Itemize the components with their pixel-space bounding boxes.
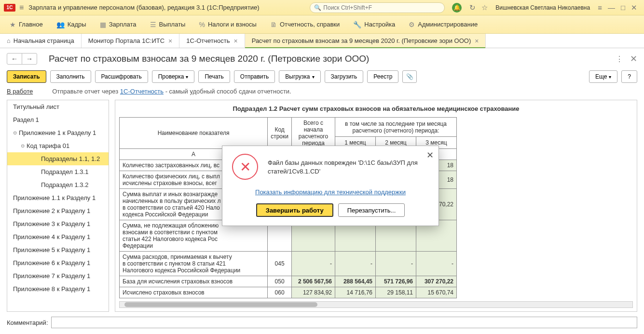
tree-item[interactable]: Приложение 3 к Разделу 1	[7, 217, 109, 230]
page-header: ← → Расчет по страховым взносам за 9 мес…	[0, 48, 644, 68]
tab[interactable]: ⌂Начальная страница	[0, 34, 82, 48]
print-button[interactable]: Печать	[198, 70, 230, 83]
nav-forward[interactable]: →	[22, 53, 37, 65]
tree-item[interactable]: ⊖Приложение 1 к Разделу 1	[7, 126, 109, 139]
help-button[interactable]: ?	[621, 70, 637, 83]
table-row: База для исчисления страховых взносов050…	[120, 276, 457, 287]
menu-Выплаты[interactable]: ☰Выплаты	[144, 18, 192, 31]
tree-item[interactable]: Подразделы 1.1, 1.2	[7, 152, 109, 165]
menu-Администрирование[interactable]: ⚙Администрирование	[403, 18, 483, 31]
history-icon[interactable]: ↻	[469, 3, 476, 12]
menu-Зарплата[interactable]: ▦Зарплата	[94, 18, 142, 31]
col-total: Всего с начала расчетного периода	[292, 118, 335, 149]
status-link[interactable]: 1С-Отчетность	[120, 88, 164, 95]
attach-button[interactable]: 📎	[402, 70, 417, 83]
tab[interactable]: 1С-Отчетность×	[179, 34, 245, 48]
menu-Налоги и взносы[interactable]: %Налоги и взносы	[193, 18, 262, 31]
status-text: Отправьте отчет через 1С-Отчетность - са…	[52, 88, 291, 95]
notifications-icon[interactable]: 🔔	[452, 3, 462, 13]
menu-Кадры[interactable]: 👥Кадры	[51, 18, 92, 31]
more-button[interactable]: Еще▾	[589, 70, 617, 83]
tree-item[interactable]: Раздел 1	[7, 113, 109, 126]
menu-Настройка[interactable]: 🔧Настройка	[347, 18, 401, 31]
menu-icon: ★	[10, 21, 16, 28]
expand-icon[interactable]: ⊖	[13, 130, 17, 135]
table-row: Сумма расходов, принимаемая к вычету в с…	[120, 252, 457, 276]
dialog-message: Файл базы данных поврежден 'D:\1С базы\З…	[268, 154, 429, 176]
send-button[interactable]: Отправить	[234, 70, 275, 83]
menu-icon: %	[199, 21, 205, 28]
titlebar: 1C ≡ Зарплата и управление персоналом (б…	[0, 0, 644, 15]
main-menu: ★Главное👥Кадры▦Зарплата☰Выплаты%Налоги и…	[0, 15, 644, 34]
tab-close-icon[interactable]: ×	[475, 37, 479, 45]
close-page-icon[interactable]: ✕	[630, 53, 637, 64]
section-tree[interactable]: Титульный листРаздел 1⊖Приложение 1 к Ра…	[7, 100, 109, 312]
status-line: В работе Отправьте отчет через 1С-Отчетн…	[0, 88, 644, 100]
decode-button[interactable]: Расшифровать	[95, 70, 148, 83]
dialog-tech-link[interactable]: Показать информацию для технической подд…	[255, 188, 406, 196]
tree-item[interactable]: Приложение 2 к Разделу 1	[7, 204, 109, 217]
comment-row: Комментарий:	[0, 312, 644, 333]
menu-icon: ☰	[150, 21, 156, 28]
error-dialog: ✕ ✕ Файл базы данных поврежден 'D:\1С ба…	[222, 146, 439, 226]
user-name: Вишневская Светлана Николаевна	[495, 4, 590, 11]
minimize-icon[interactable]: —	[608, 3, 615, 12]
app-logo: 1C	[4, 4, 15, 12]
tree-item[interactable]: Приложение 1.1 к Разделу 1	[7, 191, 109, 204]
registry-button[interactable]: Реестр	[367, 70, 398, 83]
search-icon: 🔍	[314, 4, 321, 11]
section-title: Подраздел 1.2 Расчет сумм страховых взно…	[115, 100, 637, 117]
error-icon: ✕	[232, 154, 258, 180]
favorite-icon[interactable]: ☆	[481, 3, 488, 12]
search-input[interactable]	[323, 4, 440, 11]
restart-button[interactable]: Перезапустить...	[338, 203, 405, 217]
menu-Отчетность, справки[interactable]: 🗎Отчетность, справки	[264, 18, 345, 31]
col-name: Наименование показателя	[120, 118, 268, 149]
maximize-icon[interactable]: □	[621, 3, 625, 12]
comment-input[interactable]	[51, 317, 638, 328]
tabs: ⌂Начальная страницаМонитор Портала 1С:ИТ…	[0, 34, 644, 48]
col-last3: в том числе за последние три месяца расч…	[335, 118, 457, 137]
tab[interactable]: Расчет по страховым взносам за 9 месяцев…	[245, 34, 486, 48]
tree-item[interactable]: Приложение 4 к Разделу 1	[7, 230, 109, 243]
expand-icon[interactable]: ⊖	[21, 143, 25, 148]
col-code: Код строки	[268, 118, 292, 149]
tab-close-icon[interactable]: ×	[168, 37, 172, 45]
global-search[interactable]: 🔍	[310, 2, 445, 13]
page-menu-icon[interactable]: ⋮	[616, 54, 623, 64]
menu-icon[interactable]: ≡	[19, 3, 24, 12]
home-icon: ⌂	[7, 37, 11, 44]
tree-item[interactable]: Приложение 5 к Разделу 1	[7, 243, 109, 256]
comment-label: Комментарий:	[7, 319, 48, 326]
menu-Главное[interactable]: ★Главное	[4, 18, 49, 31]
check-button[interactable]: Проверка▾	[152, 70, 195, 83]
tree-item[interactable]: Приложение 6 к Разделу 1	[7, 256, 109, 269]
tree-item[interactable]: Подраздел 1.3.1	[7, 165, 109, 178]
nav-back[interactable]: ←	[7, 53, 22, 65]
fill-button[interactable]: Заполнить	[50, 70, 91, 83]
toolbar: Записать Заполнить Расшифровать Проверка…	[0, 68, 644, 88]
tree-item[interactable]: Приложение 7 к Разделу 1	[7, 269, 109, 282]
dialog-close-icon[interactable]: ✕	[426, 150, 434, 160]
nav-arrows: ← →	[7, 53, 37, 65]
report-status[interactable]: В работе	[7, 88, 33, 95]
tree-item[interactable]: ⊖Код тарифа 01	[7, 139, 109, 152]
tree-item[interactable]: Приложение 8 к Разделу 1	[7, 282, 109, 295]
menu-icon: 👥	[56, 21, 65, 28]
close-window-icon[interactable]: ✕	[631, 3, 637, 12]
write-button[interactable]: Записать	[7, 70, 46, 83]
menu-icon: 🔧	[353, 21, 361, 28]
tab-close-icon[interactable]: ×	[233, 37, 237, 45]
import-button[interactable]: Загрузить	[325, 70, 364, 83]
filter-icon[interactable]: ≡	[598, 3, 602, 12]
table-row: Исчислено страховых взносов060127 834,92…	[120, 287, 457, 298]
tab[interactable]: Монитор Портала 1С:ИТС×	[82, 34, 180, 48]
page-title: Расчет по страховым взносам за 9 месяцев…	[49, 53, 616, 64]
export-button[interactable]: Выгрузка▾	[279, 70, 320, 83]
menu-icon: 🗎	[270, 21, 277, 28]
tree-item[interactable]: Подраздел 1.3.2	[7, 178, 109, 191]
finish-work-button[interactable]: Завершить работу	[256, 203, 333, 217]
tree-item[interactable]: Титульный лист	[7, 100, 109, 113]
menu-icon: ⚙	[409, 21, 415, 28]
horizontal-scrollbar[interactable]	[119, 301, 633, 308]
